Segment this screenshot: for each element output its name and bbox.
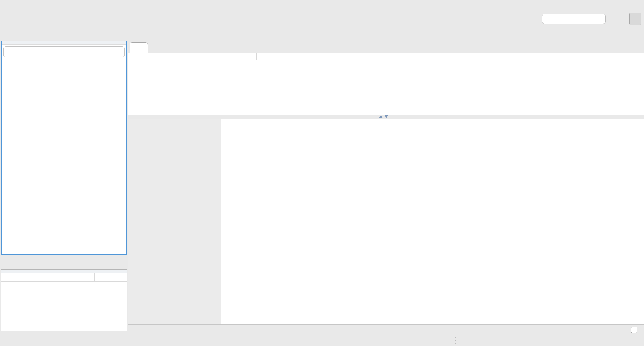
project-panel — [1, 255, 127, 346]
navigator-toolbar — [2, 41, 126, 45]
function-icon — [133, 44, 140, 51]
grid-header-name[interactable] — [128, 53, 257, 60]
quick-access-input[interactable] — [542, 14, 606, 24]
tab-properties[interactable] — [130, 42, 148, 53]
detail-side-tabs — [128, 119, 221, 324]
dbeaver-logo-icon — [631, 15, 640, 23]
omit-procedure-header-checkbox[interactable] — [631, 327, 637, 333]
open-perspective-icon — [614, 15, 622, 23]
editor-area — [128, 26, 644, 335]
main-toolbar — [0, 0, 644, 26]
editor-minmax — [624, 30, 641, 36]
status-bar — [0, 335, 644, 346]
open-perspective-button[interactable] — [613, 14, 623, 24]
navigator-body — [1, 41, 127, 255]
object-editor-header — [128, 41, 644, 53]
status-center — [438, 335, 456, 346]
procedure-detail-area — [128, 119, 644, 324]
project-toolbar — [1, 270, 127, 273]
status-drag-handle — [455, 337, 456, 344]
source-code-viewer[interactable] — [221, 119, 644, 324]
object-editor — [128, 41, 644, 335]
application-window — [0, 0, 644, 346]
toolbar-separator — [626, 13, 626, 25]
dbeaver-perspective-button[interactable] — [629, 13, 641, 25]
source-footer — [128, 324, 644, 335]
grid-header-row — [128, 53, 644, 60]
grid-header-spacer — [624, 53, 644, 60]
status-separator — [438, 336, 438, 345]
column-header-spacer — [94, 273, 127, 281]
project-tabbar — [1, 255, 127, 269]
minimize-icon[interactable] — [624, 30, 630, 36]
navigator-tabbar — [1, 27, 127, 41]
maximize-icon[interactable] — [634, 30, 641, 36]
object-filter-input[interactable] — [3, 46, 125, 57]
sash-collapse-up-icon[interactable] — [379, 115, 383, 118]
splitter-sash[interactable] — [128, 115, 644, 119]
grid-header-value[interactable] — [257, 53, 624, 60]
workbench — [0, 26, 644, 335]
editor-tabbar — [128, 26, 644, 41]
project-column-headers — [1, 273, 127, 282]
toolbar-drag-handle — [609, 14, 610, 24]
sash-collapse-down-icon[interactable] — [385, 115, 388, 118]
project-body — [1, 269, 127, 331]
quick-access-zone — [542, 13, 641, 25]
properties-grid — [128, 53, 644, 115]
source-footer-actions — [627, 327, 641, 333]
column-header-datasource[interactable] — [61, 273, 94, 281]
status-separator — [447, 336, 447, 345]
sash-arrows — [379, 115, 388, 118]
database-navigator-panel — [1, 27, 127, 255]
